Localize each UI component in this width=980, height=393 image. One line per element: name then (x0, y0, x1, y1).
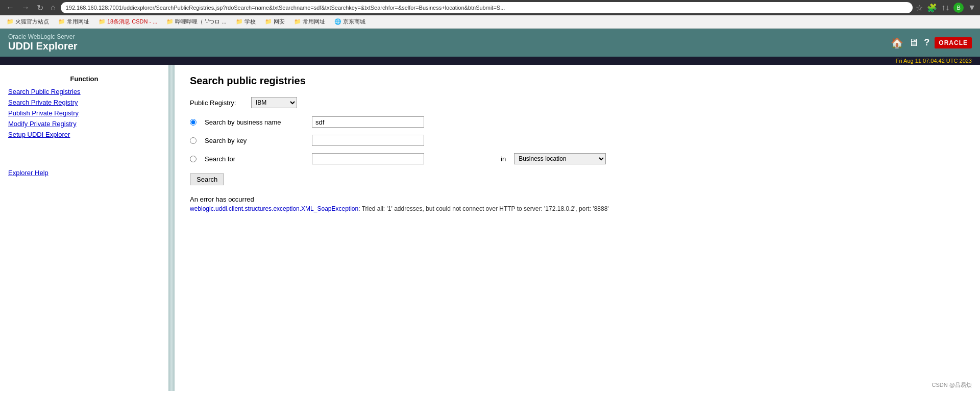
search-for-row: Search for in Business location Business… (190, 153, 965, 164)
vertical-divider (168, 65, 175, 391)
bookmark-security[interactable]: 网安 (262, 17, 287, 27)
public-registry-label: Public Registry: (190, 99, 251, 107)
help-icon[interactable]: ? (924, 37, 929, 48)
sidebar-item-modify-private[interactable]: Modify Private Registry (8, 120, 160, 128)
oracle-header: Oracle WebLogic Server UDDI Explorer 🏠 🖥… (0, 29, 980, 57)
error-title: An error has occurred (190, 195, 965, 203)
address-text: 192.168.160.128:7001/uddiexplorer/Search… (66, 5, 505, 11)
search-by-business-name-row: Search by business name (190, 116, 965, 128)
bookmark-csdn[interactable]: 18条消息 CSDN - ... (96, 17, 160, 27)
footer-label: CSDN @吕易烦 (932, 382, 972, 388)
uddi-title: UDDI Explorer (8, 40, 78, 52)
home-button[interactable]: ⌂ (48, 2, 58, 13)
sidebar-item-publish-private[interactable]: Publish Private Registry (8, 109, 160, 117)
bookmark-jd[interactable]: 京东商城 (332, 17, 368, 27)
forward-button[interactable]: → (19, 2, 32, 13)
timestamp-text: Fri Aug 11 07:04:42 UTC 2023 (896, 58, 972, 64)
bookmarks-bar: 火狐官方站点 常用网址 18条消息 CSDN - ... 哔哩哔哩（ '-'つロ… (0, 15, 980, 29)
search-by-key-row: Search by key (190, 135, 965, 146)
sidebar-function-title: Function (8, 75, 160, 83)
extensions-icon[interactable]: 🧩 (927, 3, 937, 13)
back-button[interactable]: ← (4, 2, 16, 13)
browser-menu-icon[interactable]: ▼ (968, 3, 976, 12)
error-detail-prefix: weblogic.uddi.client.structures.exceptio… (190, 205, 358, 212)
window-icon[interactable]: 🖥 (909, 37, 919, 48)
weblogic-title: Oracle WebLogic Server (8, 33, 78, 40)
timestamp-bar: Fri Aug 11 07:04:42 UTC 2023 (0, 57, 980, 65)
refresh-button[interactable]: ↻ (35, 2, 45, 14)
business-name-input[interactable] (312, 116, 424, 128)
bookmark-common-urls[interactable]: 常用网址 (56, 17, 92, 27)
radio-search-for[interactable] (190, 156, 197, 162)
page-footer: CSDN @吕易烦 (932, 381, 972, 389)
sidebar-item-search-public[interactable]: Search Public Registries (8, 88, 160, 95)
sidebar-explorer-help[interactable]: Explorer Help (8, 169, 160, 177)
radio-key[interactable] (190, 137, 197, 144)
header-branding: Oracle WebLogic Server UDDI Explorer (8, 33, 78, 52)
radio-key-label: Search by key (205, 137, 307, 144)
main-content: Function Search Public Registries Search… (0, 65, 980, 391)
public-registry-row: Public Registry: IBM Microsoft NTT (190, 97, 965, 108)
browser-icons-right: ☆ 🧩 ↑↓ B ▼ (916, 3, 976, 13)
radio-business-name[interactable] (190, 119, 197, 126)
search-button-row: Search (190, 171, 965, 185)
error-detail: weblogic.uddi.client.structures.exceptio… (190, 205, 965, 212)
sidebar-item-search-private[interactable]: Search Private Registry (8, 99, 160, 106)
browser-chrome: ← → ↻ ⌂ 192.168.160.128:7001/uddiexplore… (0, 0, 980, 15)
sidebar: Function Search Public Registries Search… (0, 65, 168, 391)
location-select[interactable]: Business location Business name Service … (514, 153, 606, 164)
radio-search-for-label: Search for (205, 155, 307, 163)
error-section: An error has occurred weblogic.uddi.clie… (190, 195, 965, 212)
bookmark-common2[interactable]: 常用网址 (291, 17, 328, 27)
page-title: Search public registries (190, 75, 965, 87)
search-for-input[interactable] (312, 153, 424, 164)
oracle-logo: ORACLE (935, 37, 972, 48)
address-bar[interactable]: 192.168.160.128:7001/uddiexplorer/Search… (61, 2, 913, 13)
key-input[interactable] (312, 135, 424, 146)
sync-icon[interactable]: ↑↓ (941, 3, 949, 12)
bookmark-star-icon[interactable]: ☆ (916, 3, 923, 13)
bookmark-bilibili[interactable]: 哔哩哔哩（ '-'つロ ... (164, 17, 229, 27)
error-detail-suffix: : Tried all: '1' addresses, but could no… (358, 205, 608, 212)
profile-avatar[interactable]: B (953, 3, 964, 13)
header-actions: 🏠 🖥 ? ORACLE (891, 37, 972, 49)
sidebar-item-setup-uddi[interactable]: Setup UDDI Explorer (8, 131, 160, 138)
content-area: Search public registries Public Registry… (175, 65, 980, 391)
radio-business-name-label: Search by business name (205, 118, 307, 126)
registry-select[interactable]: IBM Microsoft NTT (251, 97, 297, 108)
home-icon[interactable]: 🏠 (891, 37, 903, 49)
in-label: in (501, 155, 506, 163)
search-button[interactable]: Search (190, 174, 224, 185)
bookmark-school[interactable]: 学校 (233, 17, 258, 27)
bookmark-firefox[interactable]: 火狐官方站点 (4, 17, 52, 27)
